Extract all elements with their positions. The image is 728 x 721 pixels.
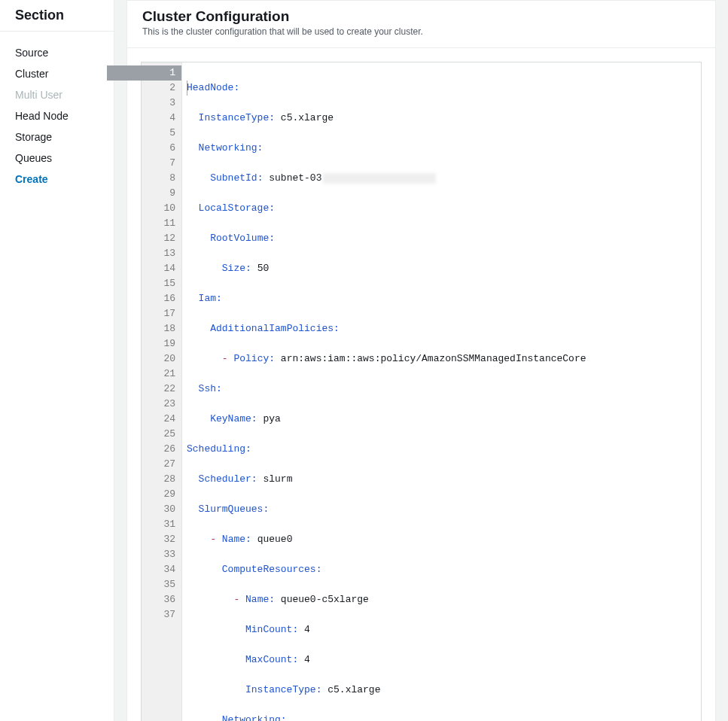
sidebar-item-label: Multi User <box>15 89 62 101</box>
sidebar-item-head-node[interactable]: Head Node <box>0 105 114 126</box>
sidebar-item-label: Head Node <box>15 110 69 122</box>
sidebar-item-label: Create <box>15 173 48 185</box>
sidebar-item-queues[interactable]: Queues <box>0 148 114 169</box>
code-area[interactable]: HeadNode: InstanceType: c5.xlarge Networ… <box>182 62 701 721</box>
page-title: Cluster Configuration <box>142 8 700 25</box>
sidebar-item-multi-user: Multi User <box>0 84 114 105</box>
sidebar-item-label: Storage <box>15 131 52 143</box>
yaml-editor[interactable]: 1234567891011121314151617181920212223242… <box>141 62 702 721</box>
sidebar-item-label: Source <box>15 47 48 59</box>
sidebar-item-source[interactable]: Source <box>0 42 114 63</box>
config-card: Cluster Configuration This is the cluste… <box>126 0 716 721</box>
sidebar-item-label: Queues <box>15 152 52 164</box>
line-number-gutter: 1234567891011121314151617181920212223242… <box>142 62 182 721</box>
main-panel: Cluster Configuration This is the cluste… <box>114 0 728 721</box>
sidebar-items: Source Cluster Multi User Head Node Stor… <box>0 32 114 200</box>
sidebar-item-storage[interactable]: Storage <box>0 126 114 148</box>
sidebar-item-label: Cluster <box>15 68 48 80</box>
sidebar-item-create[interactable]: Create <box>0 169 114 190</box>
sidebar-item-cluster[interactable]: Cluster <box>0 63 114 84</box>
section-sidebar: Section Source Cluster Multi User Head N… <box>0 0 114 721</box>
sidebar-title: Section <box>0 0 114 32</box>
page-subtitle: This is the cluster configuration that w… <box>142 26 700 37</box>
